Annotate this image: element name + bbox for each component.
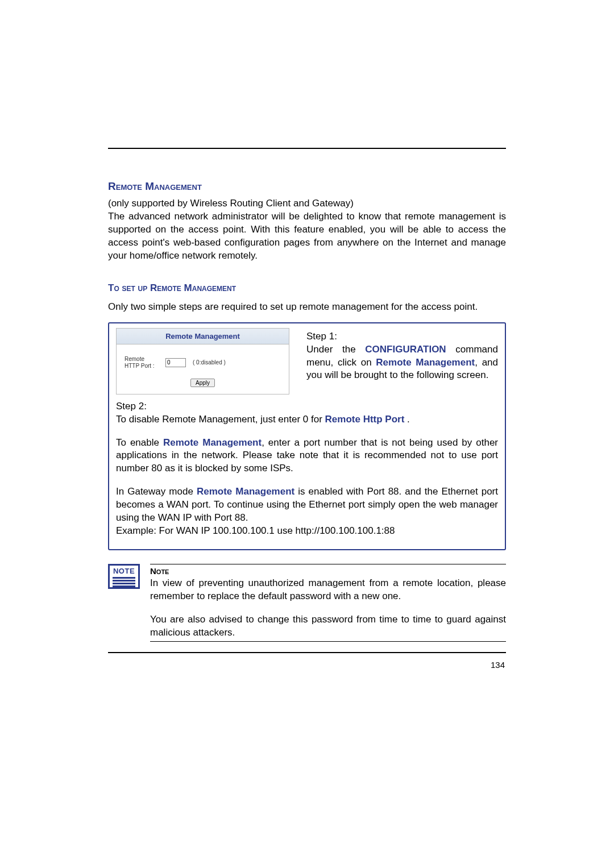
intro-line1: (only supported by Wireless Routing Clie…: [108, 198, 354, 209]
step2-line1b: .: [404, 414, 409, 425]
note-paragraph-2: You are also advised to change this pass…: [150, 613, 506, 642]
remote-management-keyword-3: Remote Management: [197, 486, 294, 497]
page-number: 134: [108, 660, 506, 670]
step1-label: Step 1:: [306, 330, 498, 343]
step2-para2: To enable Remote Management, enter a por…: [116, 437, 498, 476]
step2-para3: In Gateway mode Remote Management is ena…: [116, 485, 498, 538]
step2-para3a: In Gateway mode: [116, 486, 197, 497]
configuration-keyword: CONFIGURATION: [365, 344, 446, 355]
subsection-title: To set up Remote Management: [108, 283, 506, 294]
remote-http-port-keyword: Remote Http Port: [325, 414, 405, 425]
step1-text: Under the CONFIGURATION command menu, cl…: [306, 343, 498, 383]
note-header: Note: [150, 564, 506, 577]
remote-management-keyword-2: Remote Management: [163, 437, 262, 448]
remote-http-port-label: Remote HTTP Port :: [125, 356, 159, 369]
step2-line1: To disable Remote Management, just enter…: [116, 413, 498, 426]
remote-http-port-input[interactable]: [165, 358, 186, 367]
panel-header: Remote Management: [117, 329, 289, 344]
step2-label: Step 2:: [116, 400, 498, 413]
note-section: NOTE Note In view of preventing unauthor…: [108, 564, 506, 642]
note-icon-label: NOTE: [113, 567, 135, 575]
step1-t1: Under the: [306, 344, 365, 355]
instruction-box: Remote Management Remote HTTP Port : ( 0…: [108, 322, 506, 550]
step2-line1a: To disable Remote Management, just enter…: [116, 414, 325, 425]
subsection-intro: Only two simple steps are required to se…: [108, 301, 506, 314]
document-page: Remote Management (only supported by Wir…: [0, 0, 614, 670]
top-divider: [108, 148, 506, 149]
step2-para2a: To enable: [116, 437, 163, 448]
section-title: Remote Management: [108, 180, 506, 193]
remote-management-keyword: Remote Management: [376, 357, 475, 368]
apply-button[interactable]: Apply: [190, 379, 215, 387]
note-paragraph-1: In view of preventing unauthorized manag…: [150, 577, 506, 603]
note-icon-lines: [113, 577, 135, 588]
note-icon: NOTE: [108, 564, 140, 589]
intro-text: (only supported by Wireless Routing Clie…: [108, 197, 506, 263]
step2-para3c: Example: For WAN IP 100.100.100.1 use ht…: [116, 525, 395, 536]
remote-management-panel: Remote Management Remote HTTP Port : ( 0…: [116, 328, 289, 394]
intro-body: The advanced network administrator will …: [108, 211, 506, 261]
bottom-divider: [108, 652, 506, 653]
port-disabled-hint: ( 0:disabled ): [193, 359, 226, 366]
